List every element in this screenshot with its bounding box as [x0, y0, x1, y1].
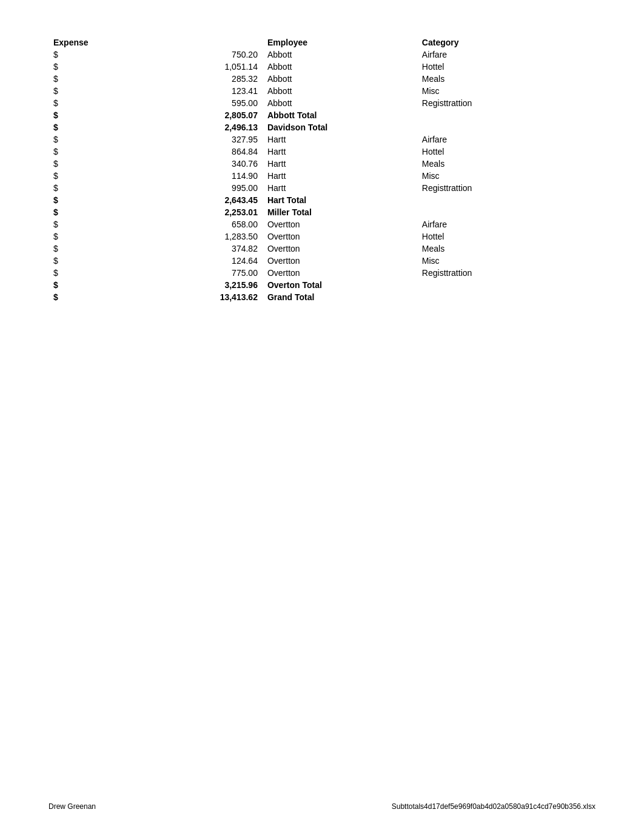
amount-cell: 374.82: [144, 243, 263, 255]
dollar-sign: $: [49, 133, 144, 146]
dollar-sign: $: [49, 218, 144, 230]
employee-cell: Overtton: [263, 218, 417, 230]
amount-cell: 750.20: [144, 49, 263, 61]
table-row: $995.00HarttRegisttrattion: [49, 182, 595, 194]
amount-cell: 658.00: [144, 218, 263, 230]
employee-cell: Overtton: [263, 230, 417, 243]
table-row: $340.76HarttMeals: [49, 158, 595, 170]
employee-cell: Davidson Total: [263, 121, 417, 133]
category-cell: Registtrattion: [417, 267, 595, 279]
employee-cell: Hartt: [263, 133, 417, 146]
employee-cell: Hartt: [263, 158, 417, 170]
table-row: $2,805.07Abbott Total: [49, 109, 595, 121]
category-cell: Meals: [417, 243, 595, 255]
employee-cell: Abbott Total: [263, 109, 417, 121]
dollar-sign: $: [49, 61, 144, 73]
footer-filename: Subttotals4d17def5e969f0ab4d02a0580a91c4…: [392, 802, 595, 811]
table-row: $2,253.01Miller Total: [49, 206, 595, 218]
category-cell: Meals: [417, 73, 595, 85]
category-cell: Airfare: [417, 218, 595, 230]
dollar-sign: $: [49, 243, 144, 255]
amount-cell: 340.76: [144, 158, 263, 170]
amount-cell: 124.64: [144, 255, 263, 267]
dollar-sign: $: [49, 255, 144, 267]
employee-cell: Overton Total: [263, 279, 417, 291]
table-row: $1,283.50OverttonHottel: [49, 230, 595, 243]
category-cell: [417, 206, 595, 218]
amount-cell: 285.32: [144, 73, 263, 85]
dollar-sign: $: [49, 85, 144, 97]
amount-cell: 327.95: [144, 133, 263, 146]
dollar-sign: $: [49, 97, 144, 109]
category-cell: Misc: [417, 85, 595, 97]
dollar-sign: $: [49, 158, 144, 170]
dollar-sign: $: [49, 194, 144, 206]
header-amount: [144, 36, 263, 49]
dollar-sign: $: [49, 49, 144, 61]
amount-cell: 775.00: [144, 267, 263, 279]
amount-cell: 2,805.07: [144, 109, 263, 121]
dollar-sign: $: [49, 146, 144, 158]
amount-cell: 595.00: [144, 97, 263, 109]
category-cell: Misc: [417, 255, 595, 267]
category-cell: [417, 279, 595, 291]
category-cell: Meals: [417, 158, 595, 170]
employee-cell: Abbott: [263, 73, 417, 85]
amount-cell: 1,283.50: [144, 230, 263, 243]
employee-cell: Overtton: [263, 255, 417, 267]
category-cell: Registtrattion: [417, 182, 595, 194]
dollar-sign: $: [49, 73, 144, 85]
employee-cell: Overtton: [263, 243, 417, 255]
employee-cell: Hart Total: [263, 194, 417, 206]
employee-cell: Hartt: [263, 146, 417, 158]
employee-cell: Hartt: [263, 170, 417, 182]
category-cell: Registtrattion: [417, 97, 595, 109]
employee-cell: Overtton: [263, 267, 417, 279]
employee-cell: Miller Total: [263, 206, 417, 218]
table-row: $327.95HarttAirfare: [49, 133, 595, 146]
amount-cell: 2,496.13: [144, 121, 263, 133]
table-row: $13,413.62Grand Total: [49, 291, 595, 303]
footer: Drew Greenan Subttotals4d17def5e969f0ab4…: [49, 802, 595, 811]
table-row: $775.00OverttonRegisttrattion: [49, 267, 595, 279]
category-cell: [417, 109, 595, 121]
table-row: $114.90HarttMisc: [49, 170, 595, 182]
table-row: $124.64OverttonMisc: [49, 255, 595, 267]
table-row: $285.32AbbottMeals: [49, 73, 595, 85]
amount-cell: 13,413.62: [144, 291, 263, 303]
category-cell: [417, 121, 595, 133]
table-row: $2,496.13Davidson Total: [49, 121, 595, 133]
category-cell: Hottel: [417, 230, 595, 243]
amount-cell: 2,643.45: [144, 194, 263, 206]
table-row: $864.84HarttHottel: [49, 146, 595, 158]
dollar-sign: $: [49, 267, 144, 279]
amount-cell: 2,253.01: [144, 206, 263, 218]
dollar-sign: $: [49, 230, 144, 243]
header-expense: Expense: [49, 36, 144, 49]
table-row: $750.20AbbottAirfare: [49, 49, 595, 61]
amount-cell: 123.41: [144, 85, 263, 97]
footer-author: Drew Greenan: [49, 802, 96, 811]
category-cell: Airfare: [417, 49, 595, 61]
category-cell: Misc: [417, 170, 595, 182]
amount-cell: 3,215.96: [144, 279, 263, 291]
category-cell: Hottel: [417, 61, 595, 73]
header-category: Category: [417, 36, 595, 49]
amount-cell: 114.90: [144, 170, 263, 182]
dollar-sign: $: [49, 279, 144, 291]
dollar-sign: $: [49, 170, 144, 182]
table-row: $3,215.96Overton Total: [49, 279, 595, 291]
category-cell: [417, 291, 595, 303]
table-row: $1,051.14AbbottHottel: [49, 61, 595, 73]
expense-table: Expense Employee Category $750.20AbbottA…: [49, 36, 595, 303]
table-row: $2,643.45Hart Total: [49, 194, 595, 206]
employee-cell: Hartt: [263, 182, 417, 194]
employee-cell: Grand Total: [263, 291, 417, 303]
employee-cell: Abbott: [263, 49, 417, 61]
employee-cell: Abbott: [263, 97, 417, 109]
amount-cell: 995.00: [144, 182, 263, 194]
table-row: $123.41AbbottMisc: [49, 85, 595, 97]
table-row: $595.00AbbottRegisttrattion: [49, 97, 595, 109]
amount-cell: 1,051.14: [144, 61, 263, 73]
dollar-sign: $: [49, 182, 144, 194]
